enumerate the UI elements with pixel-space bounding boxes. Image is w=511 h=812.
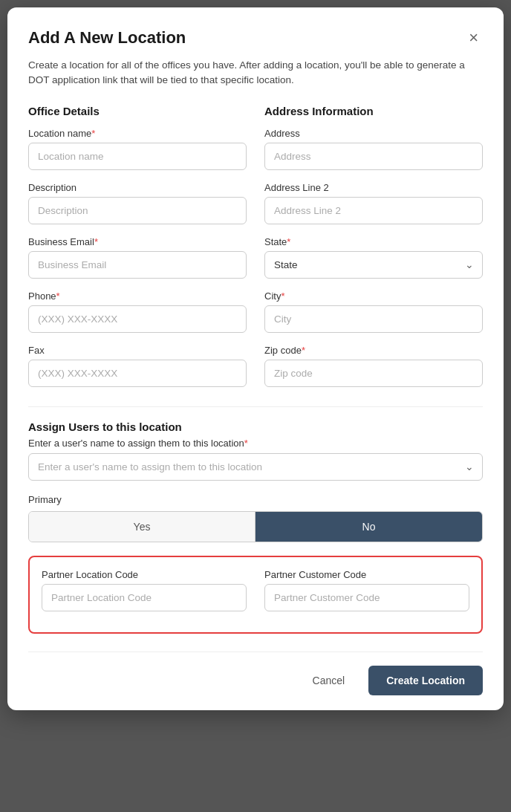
description-group: Description <box>28 182 247 224</box>
assign-users-wrapper: Enter a user's name to assign them to th… <box>28 453 483 481</box>
city-group: City* <box>264 290 483 333</box>
address2-label: Address Line 2 <box>264 182 483 193</box>
address2-group: Address Line 2 <box>264 182 483 224</box>
partner-location-code-label: Partner Location Code <box>42 569 247 580</box>
modal-footer: Cancel Create Location <box>28 652 483 710</box>
primary-label: Primary <box>28 494 483 505</box>
partner-customer-code-input[interactable] <box>264 584 469 611</box>
state-select-wrapper: State ⌄ <box>264 251 483 279</box>
section-divider <box>28 406 483 407</box>
office-details-column: Office Details Location name* Descriptio… <box>28 105 247 399</box>
assign-users-section: Assign Users to this location Enter a us… <box>28 420 483 481</box>
cancel-button[interactable]: Cancel <box>301 667 357 694</box>
assign-users-label: Enter a user's name to assign them to th… <box>28 438 483 449</box>
zip-label: Zip code* <box>264 345 483 356</box>
primary-no-button[interactable]: No <box>256 512 482 542</box>
zip-input[interactable] <box>264 360 483 387</box>
partner-location-code-group: Partner Location Code <box>42 569 247 611</box>
address-label: Address <box>264 128 483 139</box>
address-input[interactable] <box>264 143 483 170</box>
location-name-input[interactable] <box>28 143 247 170</box>
form-grid: Office Details Location name* Descriptio… <box>28 105 483 399</box>
fax-label: Fax <box>28 345 247 356</box>
address2-input[interactable] <box>264 197 483 224</box>
primary-toggle-group: Yes No <box>28 511 483 542</box>
description-label: Description <box>28 182 247 193</box>
partner-section: Partner Location Code Partner Customer C… <box>28 556 483 634</box>
business-email-group: Business Email* <box>28 236 247 279</box>
assign-users-select[interactable]: Enter a user's name to assign them to th… <box>28 453 483 481</box>
create-location-button[interactable]: Create Location <box>368 666 483 695</box>
phone-input[interactable] <box>28 305 247 333</box>
assign-users-title: Assign Users to this location <box>28 420 483 433</box>
modal-header: Add A New Location × <box>28 28 483 48</box>
fax-group: Fax <box>28 345 247 387</box>
add-location-modal: Add A New Location × Create a location f… <box>7 7 504 710</box>
city-label: City* <box>264 290 483 302</box>
state-label: State* <box>264 236 483 247</box>
partner-location-code-input[interactable] <box>42 584 247 611</box>
modal-description: Create a location for all of the offices… <box>28 58 483 88</box>
phone-label: Phone* <box>28 290 247 302</box>
city-input[interactable] <box>264 305 483 333</box>
description-input[interactable] <box>28 197 247 224</box>
location-name-label: Location name* <box>28 128 247 139</box>
close-button[interactable]: × <box>464 28 483 48</box>
state-select[interactable]: State <box>264 251 483 279</box>
location-name-group: Location name* <box>28 128 247 170</box>
partner-customer-code-label: Partner Customer Code <box>264 569 469 580</box>
partner-customer-code-group: Partner Customer Code <box>264 569 469 611</box>
state-group: State* State ⌄ <box>264 236 483 279</box>
address-group: Address <box>264 128 483 170</box>
office-details-title: Office Details <box>28 105 247 117</box>
address-info-column: Address Information Address Address Line… <box>264 105 483 399</box>
zip-group: Zip code* <box>264 345 483 387</box>
business-email-label: Business Email* <box>28 236 247 247</box>
phone-group: Phone* <box>28 290 247 333</box>
fax-input[interactable] <box>28 360 247 387</box>
modal-title: Add A New Location <box>28 28 186 48</box>
address-info-title: Address Information <box>264 105 483 117</box>
primary-yes-button[interactable]: Yes <box>29 512 256 542</box>
business-email-input[interactable] <box>28 251 247 279</box>
